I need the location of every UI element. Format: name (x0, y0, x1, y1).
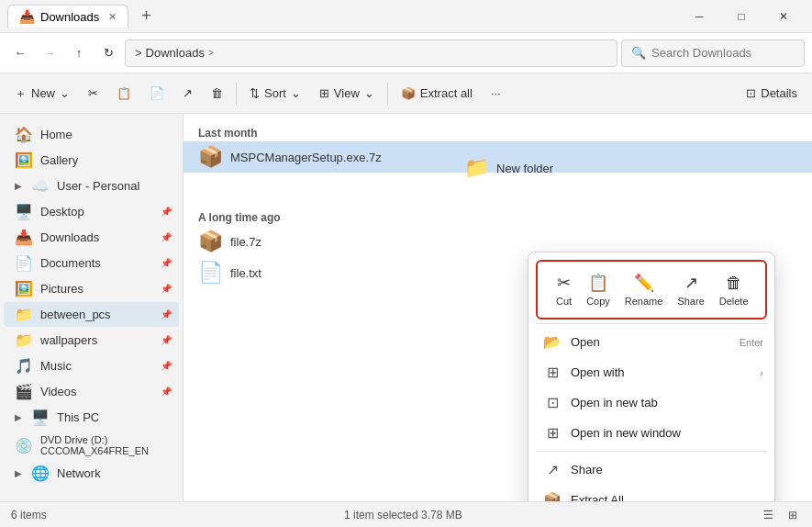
sidebar-item-between-pcs[interactable]: 📁 between_pcs 📌 (4, 302, 179, 327)
sidebar-label-home: Home (40, 128, 72, 141)
address-path[interactable]: > Downloads > (125, 39, 617, 67)
sidebar-item-gallery[interactable]: 🖼️ Gallery (4, 148, 179, 173)
ctx-copy-button[interactable]: 📋 Copy (579, 269, 617, 310)
ctx-open-tab-label: Open in new tab (571, 396, 658, 409)
items-count: 6 items (11, 509, 47, 521)
close-button[interactable]: ✕ (762, 0, 805, 33)
pin-icon: 📌 (161, 207, 172, 217)
ctx-top-toolbar: ✂ Cut 📋 Copy ✏️ Rename ↗ Share 🗑 Del (536, 260, 767, 320)
sidebar-item-downloads[interactable]: 📥 Downloads 📌 (4, 225, 179, 250)
maximize-button[interactable]: □ (720, 0, 762, 33)
view-chevron-icon: ⌄ (364, 86, 374, 100)
ctx-delete-label: Delete (719, 296, 749, 307)
file-name-new-folder: New folder (496, 162, 553, 175)
dvd-icon: 💿 (15, 437, 33, 454)
tab-label: Downloads (40, 10, 99, 24)
back-button[interactable]: ← (7, 40, 33, 66)
status-view-controls: ☰ ⊞ (760, 507, 801, 523)
view-button[interactable]: ⊞ View ⌄ (312, 83, 382, 104)
copy-icon: 📋 (117, 86, 131, 100)
tab-close-btn[interactable]: ✕ (108, 11, 117, 23)
pin-icon-5: 📌 (161, 309, 172, 320)
ctx-open-label: Open (571, 335, 600, 349)
ctx-share-button[interactable]: ↗ Share (670, 269, 711, 310)
title-bar-left: 📥 Downloads ✕ + (7, 5, 157, 28)
new-chevron-icon: ⌄ (60, 86, 70, 100)
delete-toolbar-btn[interactable]: 🗑 (204, 83, 230, 104)
sidebar-label-desktop: Desktop (40, 205, 84, 219)
new-button[interactable]: ＋ New ⌄ (7, 82, 77, 106)
delete-icon: 🗑 (211, 86, 223, 100)
ctx-open-new-window[interactable]: ⊞ Open in new window (528, 418, 774, 448)
expand-icon-3: ▶ (15, 468, 22, 478)
file-name-txt: file.txt (230, 266, 261, 280)
ctx-share[interactable]: ↗ Share (528, 454, 774, 485)
copy-toolbar-btn[interactable]: 📋 (109, 83, 139, 104)
ctx-open-window-icon: ⊞ (543, 424, 562, 442)
details-label: Details (761, 86, 797, 100)
ctx-separator-1 (536, 451, 767, 452)
new-label: New (31, 86, 55, 100)
up-button[interactable]: ↑ (66, 40, 92, 66)
pin-icon-4: 📌 (161, 284, 172, 294)
sidebar-item-wallpapers[interactable]: 📁 wallpapers 📌 (4, 328, 179, 353)
ctx-open[interactable]: 📂 Open Enter (528, 327, 774, 357)
more-button[interactable]: ··· (484, 83, 508, 104)
ctx-open-with[interactable]: ⊞ Open with › (528, 357, 774, 387)
text-icon: 📄 (198, 261, 223, 285)
sort-button[interactable]: ⇅ Sort ⌄ (242, 83, 308, 104)
cut-toolbar-btn[interactable]: ✂ (81, 83, 106, 104)
expand-icon: ▶ (15, 181, 22, 191)
file-name-7z: file.7z (230, 235, 261, 249)
extract-button[interactable]: 📦 Extract all (394, 83, 480, 104)
ctx-extract-all[interactable]: 📦 Extract All... (528, 485, 774, 501)
path-label: Downloads (146, 46, 205, 60)
context-menu: ✂ Cut 📋 Copy ✏️ Rename ↗ Share 🗑 Del (528, 252, 775, 501)
search-box[interactable]: 🔍 (621, 39, 805, 67)
pin-icon-3: 📌 (161, 258, 172, 268)
sidebar-item-desktop[interactable]: 🖥️ Desktop 📌 (4, 199, 179, 224)
toolbar-separator-2 (387, 83, 388, 105)
sort-chevron-icon: ⌄ (291, 86, 301, 100)
sidebar-label-pictures: Pictures (40, 282, 83, 296)
ctx-extract-icon: 📦 (543, 491, 562, 501)
tab-downloads[interactable]: 📥 Downloads ✕ (7, 5, 128, 28)
sidebar-item-this-pc[interactable]: ▶ 🖥️ This PC (4, 405, 179, 430)
file-item-new-folder[interactable]: 📁 New folder (450, 152, 568, 184)
search-input[interactable] (651, 46, 795, 60)
minimize-button[interactable]: ─ (678, 0, 720, 33)
toolbar-separator (236, 83, 237, 105)
ctx-open-new-tab[interactable]: ⊡ Open in new tab (528, 387, 774, 418)
ctx-rename-button[interactable]: ✏️ Rename (617, 269, 671, 310)
sidebar-item-pictures[interactable]: 🖼️ Pictures 📌 (4, 276, 179, 301)
ctx-rename-label: Rename (625, 296, 663, 307)
cloud-icon: ☁️ (31, 177, 50, 195)
ctx-cut-button[interactable]: ✂ Cut (549, 269, 579, 310)
sidebar-item-dvd[interactable]: 💿 DVD Drive (D:) CCCOMA_X64FRE_EN (4, 431, 179, 460)
sidebar-label-downloads: Downloads (40, 230, 99, 244)
sidebar-item-home[interactable]: 🏠 Home (4, 122, 179, 147)
sidebar-item-videos[interactable]: 🎬 Videos 📌 (4, 379, 179, 404)
new-tab-button[interactable]: + (136, 5, 157, 28)
share-toolbar-btn[interactable]: ↗ (175, 83, 200, 104)
ctx-delete-icon: 🗑 (726, 274, 742, 293)
sidebar-item-music[interactable]: 🎵 Music 📌 (4, 353, 179, 378)
pin-icon-2: 📌 (161, 232, 172, 242)
sidebar-label-documents: Documents (40, 256, 101, 270)
refresh-button[interactable]: ↻ (95, 40, 121, 66)
ctx-copy-icon: 📋 (588, 273, 608, 293)
sidebar-item-documents[interactable]: 📄 Documents 📌 (4, 251, 179, 275)
ctx-delete-button[interactable]: 🗑 Delete (712, 270, 756, 310)
details-button[interactable]: ⊡ Details (739, 83, 805, 104)
forward-button[interactable]: → (37, 40, 62, 66)
sidebar-label-dvd: DVD Drive (D:) CCCOMA_X64FRE_EN (40, 434, 168, 456)
sidebar-item-user-personal[interactable]: ▶ ☁️ User - Personal (4, 174, 179, 198)
ctx-share-icon: ↗ (684, 273, 698, 293)
paste-toolbar-btn[interactable]: 📄 (142, 83, 172, 104)
grid-view-button[interactable]: ⊞ (784, 507, 801, 523)
sidebar-label-between-pcs: between_pcs (40, 308, 111, 321)
sidebar-item-network[interactable]: ▶ 🌐 Network (4, 461, 179, 486)
archive-icon-2: 📦 (198, 230, 223, 253)
list-view-button[interactable]: ☰ (760, 507, 777, 523)
ctx-share2-icon: ↗ (543, 461, 562, 478)
